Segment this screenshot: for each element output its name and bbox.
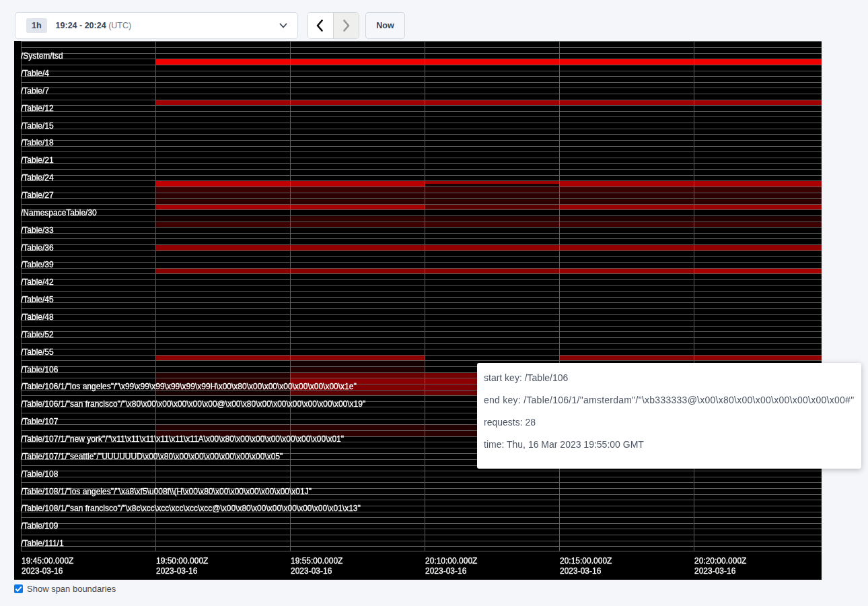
svg-text:/Table/108/1/"san francisco"/": /Table/108/1/"san francisco"/"\x8c\xcc\x… [21,504,361,513]
svg-text:/Table/55: /Table/55 [21,347,54,357]
svg-text:19:50:00.000Z: 19:50:00.000Z [156,556,208,566]
svg-text:/System/tsd: /System/tsd [21,51,63,61]
svg-text:2023-03-16: 2023-03-16 [694,566,736,576]
svg-text:/Table/107/1/"new york"/"\x11\: /Table/107/1/"new york"/"\x11\x11\x11\x1… [21,434,344,444]
svg-text:/Table/111/1: /Table/111/1 [21,539,64,548]
svg-text:/Table/7: /Table/7 [21,86,49,96]
svg-text:/Table/109: /Table/109 [21,521,59,531]
svg-text:20:20:00.000Z: 20:20:00.000Z [694,556,746,566]
svg-text:/Table/39: /Table/39 [21,260,54,269]
svg-text:2023-03-16: 2023-03-16 [22,566,63,576]
svg-text:/Table/15: /Table/15 [21,121,54,131]
svg-text:2023-03-16: 2023-03-16 [291,566,332,576]
svg-text:/Table/42: /Table/42 [21,277,54,287]
svg-text:2023-03-16: 2023-03-16 [560,566,602,576]
svg-text:/Table/48: /Table/48 [21,312,54,322]
svg-text:/Table/52: /Table/52 [21,330,54,339]
svg-text:/Table/107/1/"seattle"/"UUUUUU: /Table/107/1/"seattle"/"UUUUUUD\x00\x80\… [21,452,283,461]
svg-text:/Table/4: /Table/4 [21,69,49,78]
svg-text:19:55:00.000Z: 19:55:00.000Z [291,556,342,566]
svg-text:/Table/27: /Table/27 [21,191,54,200]
svg-text:2023-03-16: 2023-03-16 [425,566,467,576]
svg-text:/Table/18: /Table/18 [21,138,54,147]
svg-text:/Table/108: /Table/108 [21,469,59,479]
svg-text:/Table/21: /Table/21 [21,156,54,165]
svg-text:/Table/33: /Table/33 [21,226,54,235]
svg-text:/Table/107: /Table/107 [21,417,59,426]
svg-text:/Table/24: /Table/24 [21,173,54,182]
svg-text:20:15:00.000Z: 20:15:00.000Z [560,556,612,566]
svg-text:19:45:00.000Z: 19:45:00.000Z [22,556,73,566]
svg-text:/Table/106/1/"los angeles"/"\x: /Table/106/1/"los angeles"/"\x99\x99\x99… [21,382,357,391]
svg-text:/Table/36: /Table/36 [21,243,54,252]
svg-text:2023-03-16: 2023-03-16 [156,566,198,576]
svg-text:/Table/106/1/"san francisco"/": /Table/106/1/"san francisco"/"\x80\x00\x… [21,399,365,409]
svg-text:/NamespaceTable/30: /NamespaceTable/30 [21,208,97,217]
svg-text:/Table/108/1/"los angeles"/"\x: /Table/108/1/"los angeles"/"\xa8\xf5\u00… [21,487,312,496]
svg-text:/Table/12: /Table/12 [21,104,54,113]
svg-text:20:10:00.000Z: 20:10:00.000Z [425,556,477,566]
svg-text:/Table/45: /Table/45 [21,295,54,304]
svg-text:/Table/106: /Table/106 [21,365,59,374]
